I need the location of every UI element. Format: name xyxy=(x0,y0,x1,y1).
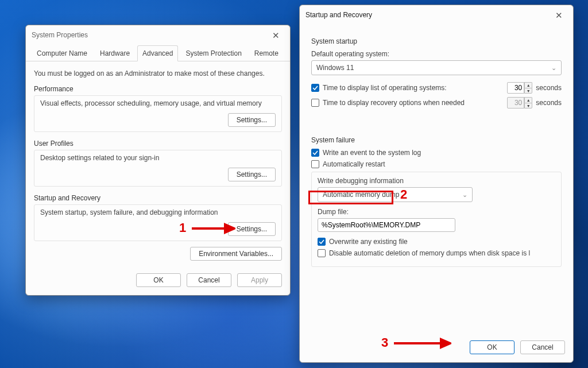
apply-button[interactable]: Apply xyxy=(237,273,282,287)
close-icon[interactable]: ✕ xyxy=(268,29,284,42)
system-failure-heading: System failure xyxy=(311,136,562,144)
debug-info-label: Write debugging information xyxy=(318,177,555,185)
system-properties-title: System Properties xyxy=(32,31,88,39)
default-os-select[interactable]: Windows 11 ⌄ xyxy=(311,60,562,75)
startup-recovery-desc: System startup, system failure, and debu… xyxy=(40,208,276,216)
startup-recovery-label: Startup and Recovery xyxy=(34,194,282,202)
time-os-label: Time to display list of operating system… xyxy=(323,84,504,92)
write-event-label: Write an event to the system log xyxy=(323,149,421,157)
system-properties-buttons: OK Cancel Apply xyxy=(26,268,290,295)
startup-recovery-titlebar[interactable]: Startup and Recovery ✕ xyxy=(300,5,573,25)
tab-computer-name[interactable]: Computer Name xyxy=(32,45,92,61)
svg-marker-3 xyxy=(441,339,450,347)
cancel-button[interactable]: Cancel xyxy=(520,340,565,354)
dump-file-label: Dump file: xyxy=(318,208,555,216)
default-os-value: Windows 11 xyxy=(316,64,354,72)
seconds-label: seconds xyxy=(536,84,562,92)
performance-label: Performance xyxy=(34,85,282,93)
dump-type-value: Automatic memory dump xyxy=(323,191,399,199)
debug-info-group: Write debugging information Automatic me… xyxy=(311,172,562,267)
startup-recovery-title: Startup and Recovery xyxy=(305,11,372,19)
dump-type-select[interactable]: Automatic memory dump ⌄ xyxy=(318,187,473,202)
annotation-2: 2 xyxy=(400,187,407,202)
spin-down-icon[interactable]: ▼ xyxy=(524,88,532,94)
tab-remote[interactable]: Remote xyxy=(249,45,284,61)
performance-desc: Visual effects, processor scheduling, me… xyxy=(40,99,276,107)
time-recovery-checkbox[interactable] xyxy=(311,99,319,107)
annotation-1: 1 xyxy=(179,220,235,235)
overwrite-label: Overwrite any existing file xyxy=(329,238,408,246)
default-os-label: Default operating system: xyxy=(311,50,562,58)
auto-restart-label: Automatically restart xyxy=(323,160,385,168)
time-recovery-label: Time to display recovery options when ne… xyxy=(323,99,504,107)
system-startup-heading: System startup xyxy=(311,37,562,45)
performance-settings-button[interactable]: Settings... xyxy=(228,113,276,127)
svg-marker-1 xyxy=(225,224,234,233)
write-event-checkbox[interactable] xyxy=(311,149,319,157)
chevron-down-icon: ⌄ xyxy=(551,64,556,72)
user-profiles-settings-button[interactable]: Settings... xyxy=(228,168,276,181)
startup-recovery-dialog: Startup and Recovery ✕ System startup De… xyxy=(299,5,574,363)
time-os-spinner[interactable]: ▲▼ xyxy=(507,82,532,94)
startup-recovery-group: Startup and Recovery System startup, sys… xyxy=(34,192,282,241)
time-recovery-spinner[interactable]: ▲▼ xyxy=(507,97,532,109)
dump-file-input[interactable] xyxy=(318,218,455,232)
time-recovery-value xyxy=(507,97,524,109)
advanced-tab-content: You must be logged on as an Administrato… xyxy=(26,61,290,268)
spin-down-icon[interactable]: ▼ xyxy=(524,103,532,109)
environment-variables-button[interactable]: Environment Variables... xyxy=(190,247,282,261)
system-properties-titlebar[interactable]: System Properties ✕ xyxy=(26,25,290,45)
time-os-checkbox[interactable] xyxy=(311,84,319,92)
startup-recovery-content: System startup Default operating system:… xyxy=(300,25,573,335)
auto-restart-checkbox[interactable] xyxy=(311,160,319,168)
disable-delete-label: Disable automatic deletion of memory dum… xyxy=(329,249,530,257)
tab-advanced[interactable]: Advanced xyxy=(137,45,178,61)
seconds-label: seconds xyxy=(536,99,562,107)
chevron-down-icon: ⌄ xyxy=(462,191,467,199)
system-properties-dialog: System Properties ✕ Computer Name Hardwa… xyxy=(25,25,291,296)
user-profiles-group: User Profiles Desktop settings related t… xyxy=(34,138,282,187)
annotation-3: 3 xyxy=(381,335,451,350)
ok-button[interactable]: OK xyxy=(136,273,181,287)
user-profiles-label: User Profiles xyxy=(34,140,282,148)
ok-button[interactable]: OK xyxy=(470,340,514,354)
performance-group: Performance Visual effects, processor sc… xyxy=(34,83,282,132)
time-os-value[interactable] xyxy=(507,82,524,94)
tab-strip: Computer Name Hardware Advanced System P… xyxy=(26,45,290,61)
overwrite-checkbox[interactable] xyxy=(318,238,326,246)
tab-hardware[interactable]: Hardware xyxy=(95,45,135,61)
disable-delete-checkbox[interactable] xyxy=(318,249,326,257)
tab-system-protection[interactable]: System Protection xyxy=(180,45,246,61)
spin-up-icon[interactable]: ▲ xyxy=(524,97,532,103)
cancel-button[interactable]: Cancel xyxy=(187,273,231,287)
admin-note: You must be logged on as an Administrato… xyxy=(34,69,282,78)
spin-up-icon[interactable]: ▲ xyxy=(524,82,532,88)
close-icon[interactable]: ✕ xyxy=(551,9,567,22)
user-profiles-desc: Desktop settings related to your sign-in xyxy=(40,154,276,162)
